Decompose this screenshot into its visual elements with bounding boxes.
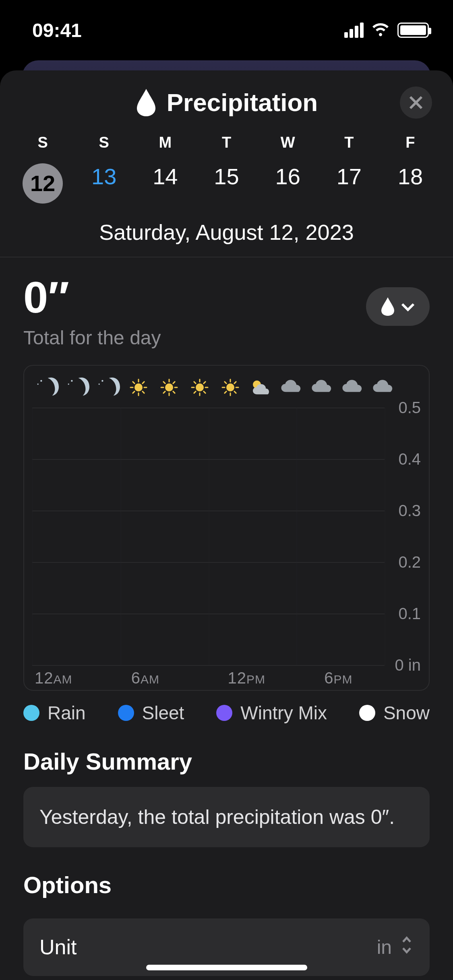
cloudy-icon [341, 375, 365, 399]
day-number: 16 [257, 163, 319, 189]
sunny-icon [188, 375, 212, 399]
svg-line-35 [234, 391, 236, 393]
legend-label: Rain [48, 702, 86, 724]
svg-point-4 [101, 380, 103, 381]
day-letter: S [12, 134, 73, 151]
ytick-label: 0.2 [398, 553, 421, 571]
sheet-header: Precipitation [0, 70, 453, 130]
day-cell[interactable]: T15 [196, 134, 257, 204]
svg-line-28 [194, 391, 196, 393]
ytick-label: 0 in [395, 656, 421, 674]
svg-point-24 [196, 383, 204, 391]
legend-label: Snow [383, 702, 430, 724]
day-number: 18 [380, 163, 441, 189]
clear-night-icon [65, 375, 89, 399]
legend-item: Sleet [118, 702, 184, 724]
sheet-title: Precipitation [167, 88, 318, 117]
cloudy-icon [310, 375, 334, 399]
svg-line-26 [204, 391, 205, 393]
svg-line-32 [204, 381, 205, 383]
svg-line-39 [225, 381, 226, 383]
chart-xaxis: 12AM6AM12PM6PM [32, 665, 421, 687]
ytick-label: 0.5 [398, 398, 421, 416]
full-date: Saturday, August 12, 2023 [0, 204, 453, 257]
status-bar: 09:41 [0, 0, 453, 56]
svg-point-0 [40, 380, 42, 381]
ytick-label: 0.1 [398, 604, 421, 622]
cloudy-icon [371, 375, 395, 399]
hourly-conditions-row [32, 375, 421, 404]
day-cell[interactable]: M14 [134, 134, 196, 204]
legend-swatch [216, 705, 232, 721]
precipitation-chart[interactable]: 0.50.40.30.20.10 in 12AM6AM12PM6PM [23, 365, 430, 691]
day-letter: T [196, 134, 257, 151]
status-time: 09:41 [32, 19, 82, 41]
svg-line-23 [173, 381, 175, 383]
options-title: Options [0, 847, 453, 910]
home-indicator[interactable] [146, 965, 307, 970]
status-right [344, 19, 429, 41]
day-number: 13 [73, 163, 134, 189]
day-letter: T [319, 134, 380, 151]
legend-label: Wintry Mix [240, 702, 327, 724]
unit-label: Unit [39, 935, 77, 959]
chart-type-menu[interactable] [366, 287, 430, 326]
chart-yaxis: 0.50.40.30.20.10 in [385, 408, 421, 665]
precipitation-icon [135, 89, 157, 116]
svg-line-10 [133, 391, 134, 393]
chevron-down-icon [401, 302, 415, 311]
svg-point-15 [165, 383, 173, 391]
svg-line-12 [133, 381, 134, 383]
close-icon [408, 95, 424, 111]
chart-plot [32, 408, 385, 665]
partly-cloudy-icon [249, 375, 273, 399]
cellular-icon [344, 23, 364, 38]
svg-point-6 [134, 383, 143, 391]
svg-point-2 [71, 380, 72, 381]
daily-summary-card: Yesterday, the total precipitation was 0… [23, 787, 430, 847]
legend-swatch [359, 705, 375, 721]
chart-legend: RainSleetWintry MixSnow [0, 691, 453, 724]
svg-point-1 [37, 383, 39, 385]
day-number: 12 [12, 163, 73, 204]
legend-item: Snow [359, 702, 430, 724]
legend-swatch [23, 705, 39, 721]
xtick-label: 12PM [228, 669, 325, 687]
day-letter: M [134, 134, 196, 151]
ytick-label: 0.3 [398, 501, 421, 519]
svg-line-37 [225, 391, 226, 393]
sunny-icon [218, 375, 242, 399]
day-letter: W [257, 134, 319, 151]
total-subtitle: Total for the day [23, 327, 161, 349]
svg-line-8 [143, 391, 144, 393]
day-cell[interactable]: S13 [73, 134, 134, 204]
legend-swatch [118, 705, 134, 721]
legend-item: Wintry Mix [216, 702, 327, 724]
total-row: 0″ Total for the day [0, 257, 453, 357]
cloudy-icon [279, 375, 304, 399]
day-number: 17 [319, 163, 380, 189]
day-cell[interactable]: W16 [257, 134, 319, 204]
unit-value: in [377, 936, 392, 958]
sunny-icon [126, 375, 151, 399]
daily-summary-title: Daily Summary [0, 724, 453, 787]
clear-night-icon [35, 375, 59, 399]
svg-line-30 [194, 381, 196, 383]
day-picker: S12S13M14T15W16T17F18 [0, 130, 453, 204]
svg-line-17 [173, 391, 175, 393]
day-number: 15 [196, 163, 257, 189]
svg-point-3 [68, 383, 69, 385]
svg-line-19 [163, 391, 165, 393]
legend-item: Rain [23, 702, 86, 724]
xtick-label: 6AM [131, 669, 228, 687]
svg-line-41 [234, 381, 236, 383]
chart-grid: 0.50.40.30.20.10 in [32, 408, 421, 665]
day-cell[interactable]: T17 [319, 134, 380, 204]
day-letter: F [380, 134, 441, 151]
day-cell[interactable]: S12 [12, 134, 73, 204]
close-button[interactable] [400, 86, 432, 119]
wifi-icon [371, 19, 390, 41]
up-down-icon [400, 935, 414, 960]
clear-night-icon [96, 375, 120, 399]
day-cell[interactable]: F18 [380, 134, 441, 204]
